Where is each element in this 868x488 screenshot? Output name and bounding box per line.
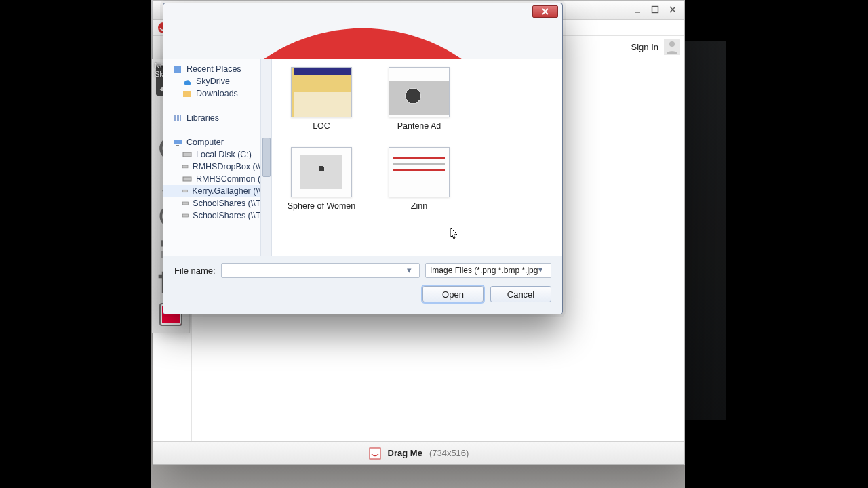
svg-rect-31 xyxy=(183,177,191,181)
drag-handle-icon[interactable] xyxy=(369,447,381,460)
file-name-label: File name: xyxy=(174,266,216,276)
file-label: Pantene Ad xyxy=(397,121,441,131)
svg-rect-14 xyxy=(370,448,380,459)
dialog-close-button[interactable] xyxy=(532,5,558,18)
drag-dimensions: (734x516) xyxy=(429,448,469,458)
drag-label[interactable]: Drag Me xyxy=(388,448,422,458)
navigation-pane[interactable]: Recent Places SkyDrive Downloads Librari… xyxy=(163,59,272,256)
svg-rect-27 xyxy=(174,140,182,144)
nav-drive-4[interactable]: SchoolShares (\\Tcl xyxy=(163,197,271,209)
svg-rect-2 xyxy=(652,7,658,13)
svg-rect-33 xyxy=(183,202,189,205)
chevron-down-icon[interactable]: ▾ xyxy=(538,265,549,277)
svg-rect-26 xyxy=(180,115,181,121)
dialog-footer: File name: ▾ Image Files (*.png *.bmp *.… xyxy=(163,256,562,314)
svg-rect-23 xyxy=(174,66,181,73)
svg-rect-25 xyxy=(177,115,179,121)
nav-downloads[interactable]: Downloads xyxy=(163,87,271,100)
file-type-select[interactable]: Image Files (*.png *.bmp *.jpg ▾ xyxy=(425,263,551,278)
svg-rect-24 xyxy=(174,115,176,121)
file-item[interactable]: LOC xyxy=(284,67,359,131)
minimize-button[interactable] xyxy=(629,3,646,16)
svg-rect-32 xyxy=(183,190,188,192)
nav-drive-2[interactable]: RMHSCommon (\\ xyxy=(163,173,271,185)
svg-rect-34 xyxy=(183,214,189,217)
status-bar: Drag Me (734x516) xyxy=(153,441,684,464)
cancel-button[interactable]: Cancel xyxy=(490,286,551,302)
file-label: LOC xyxy=(313,121,330,131)
file-item[interactable]: Zinn xyxy=(382,147,456,211)
open-button[interactable]: Open xyxy=(422,286,484,302)
nav-drive-5[interactable]: SchoolShares (\\Tcl xyxy=(163,209,271,222)
close-button[interactable] xyxy=(664,3,682,16)
nav-computer[interactable]: Computer xyxy=(163,136,271,148)
svg-rect-28 xyxy=(176,145,179,146)
nav-drive-1[interactable]: RMHSDropBox (\\S xyxy=(163,161,271,173)
file-item[interactable]: Sphere of Women xyxy=(284,147,359,211)
nav-libraries[interactable]: Libraries xyxy=(163,112,271,124)
svg-rect-1 xyxy=(635,12,640,13)
file-pane[interactable]: LOC Pantene Ad Sphere of Women Zinn xyxy=(272,59,562,256)
nav-skydrive[interactable]: SkyDrive xyxy=(163,75,271,87)
svg-rect-30 xyxy=(183,165,188,168)
mouse-cursor-icon xyxy=(450,227,459,241)
nav-scrollbar[interactable] xyxy=(260,59,271,256)
open-image-dialog: Open Image « Unit ... ▸ Activity 8 - Wom… xyxy=(163,3,563,314)
file-label: Sphere of Women xyxy=(288,201,356,211)
file-name-input[interactable]: ▾ xyxy=(221,263,420,278)
svg-rect-29 xyxy=(183,152,191,157)
nav-recent-places[interactable]: Recent Places xyxy=(163,63,271,75)
nav-drive-3[interactable]: Kerry.Gallagher (\\T xyxy=(163,185,271,197)
nav-drive-0[interactable]: Local Disk (C:) xyxy=(163,148,271,161)
file-item[interactable]: Pantene Ad xyxy=(382,67,456,131)
file-label: Zinn xyxy=(411,201,427,211)
maximize-button[interactable] xyxy=(646,3,664,16)
chevron-down-icon[interactable]: ▾ xyxy=(407,265,418,277)
